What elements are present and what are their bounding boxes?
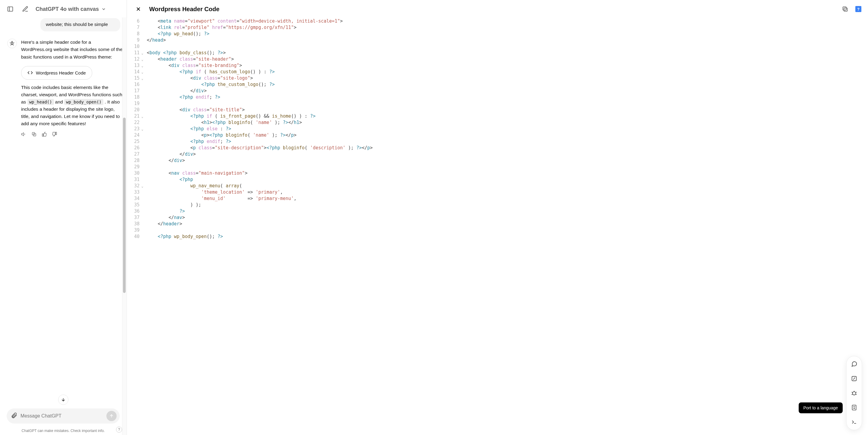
thumbs-up-button[interactable] — [41, 132, 47, 139]
fold-gutter: ⌄⌄⌄⌄⌄⌄⌄⌄ — [141, 18, 147, 435]
sidebar-icon — [7, 6, 13, 12]
tooltip: Port to a language — [799, 402, 843, 413]
assistant-avatar — [7, 39, 17, 48]
read-aloud-button[interactable] — [21, 132, 27, 139]
port-language-button[interactable] — [850, 403, 858, 412]
close-canvas-button[interactable] — [133, 4, 143, 14]
copy-button[interactable] — [31, 132, 37, 139]
svg-rect-10 — [844, 8, 847, 11]
bug-icon — [851, 390, 858, 396]
code-icon — [27, 70, 33, 76]
port-icon — [851, 404, 858, 411]
thumbs-down-button[interactable] — [52, 132, 57, 139]
model-name: ChatGPT 4o with canvas — [36, 6, 99, 12]
chat-scroll[interactable]: website; this should be simple Here's a … — [0, 18, 126, 408]
assistant-intro: Here's a simple header code for a WordPr… — [21, 39, 123, 60]
code-editor[interactable]: 6789101112131415161718192021222324252627… — [127, 18, 868, 435]
svg-line-19 — [856, 394, 857, 395]
svg-point-14 — [852, 392, 856, 395]
model-picker[interactable]: ChatGPT 4o with canvas — [36, 6, 106, 12]
edit-icon — [22, 6, 29, 12]
copy-icon — [842, 6, 848, 12]
composer — [7, 408, 120, 424]
openai-icon — [9, 41, 15, 46]
canvas-title: Wordpress Header Code — [149, 6, 834, 13]
svg-rect-11 — [843, 7, 846, 10]
sidebar-scrollbar[interactable] — [122, 18, 126, 435]
message-input[interactable] — [21, 413, 103, 419]
code-content[interactable]: <meta name="viewport" content="width=dev… — [147, 18, 868, 435]
terminal-icon — [851, 419, 858, 425]
attach-button[interactable] — [11, 412, 18, 420]
assistant-message: Here's a simple header code for a WordPr… — [7, 39, 123, 139]
arrow-down-icon — [61, 397, 66, 402]
logs-button[interactable] — [850, 374, 858, 383]
canvas-rail — [846, 356, 862, 430]
line-gutter: 6789101112131415161718192021222324252627… — [127, 18, 141, 435]
svg-line-17 — [856, 392, 857, 393]
help-badge[interactable]: ? — [855, 6, 861, 12]
composer-area — [0, 408, 126, 426]
send-button[interactable] — [106, 411, 117, 421]
chat-icon — [851, 361, 858, 368]
scroll-to-bottom-button[interactable] — [58, 395, 68, 405]
message-actions — [21, 132, 123, 139]
copy-code-button[interactable] — [840, 4, 850, 14]
arrow-up-icon — [109, 413, 114, 418]
assistant-outro: This code includes basic elements like t… — [21, 84, 123, 127]
inline-code: wp_body_open() — [64, 99, 103, 105]
chevron-down-icon — [101, 7, 106, 11]
comment-button[interactable] — [850, 360, 858, 368]
close-icon — [135, 6, 141, 12]
run-button[interactable] — [850, 418, 858, 426]
fix-bugs-button[interactable] — [850, 389, 858, 397]
chat-sidebar: ChatGPT 4o with canvas website; this sho… — [0, 0, 127, 435]
svg-point-2 — [11, 42, 13, 45]
new-chat-button[interactable] — [21, 4, 30, 14]
svg-marker-3 — [22, 133, 24, 136]
help-button[interactable]: ? — [116, 427, 122, 433]
svg-line-13 — [853, 377, 855, 379]
svg-line-16 — [852, 392, 852, 393]
scrollbar-thumb[interactable] — [123, 118, 126, 293]
svg-line-18 — [852, 394, 852, 395]
sidebar-header: ChatGPT 4o with canvas — [0, 0, 126, 18]
user-message: website; this should be simple — [40, 18, 120, 31]
canvas-header: Wordpress Header Code ? — [127, 0, 868, 18]
collapse-sidebar-button[interactable] — [5, 4, 15, 14]
disclaimer: ChatGPT can make mistakes. Check importa… — [0, 426, 126, 435]
paperclip-icon — [11, 412, 18, 419]
canvas-panel: Wordpress Header Code ? 6789101112131415… — [127, 0, 868, 435]
inline-code: wp_head() — [27, 99, 54, 105]
slash-square-icon — [851, 375, 858, 382]
canvas-chip[interactable]: Wordpress Header Code — [21, 66, 92, 80]
svg-rect-0 — [8, 7, 13, 11]
